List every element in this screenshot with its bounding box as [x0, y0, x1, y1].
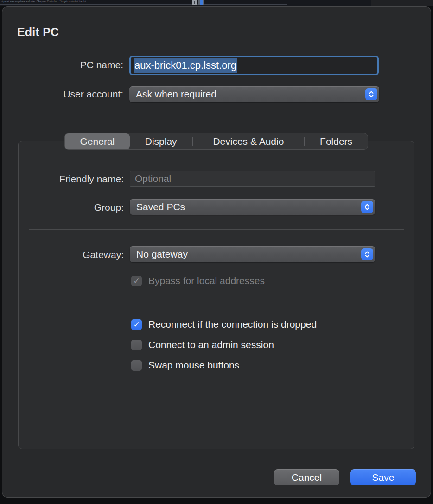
pc-name-input[interactable]: aux-brick01.cp.lsst.org: [129, 56, 379, 75]
user-account-value: Ask when required: [136, 89, 216, 100]
group-value: Saved PCs: [136, 201, 185, 213]
checkbox-reconnect-label: Reconnect if the connection is dropped: [148, 319, 317, 330]
checkbox-bypass-local[interactable]: ✓: [131, 276, 142, 286]
background-window-right: [371, 0, 433, 6]
checkmark-icon: ✓: [133, 321, 140, 329]
page-title: Edit PC: [17, 26, 59, 39]
tab-devices-audio[interactable]: Devices & Audio: [193, 133, 305, 149]
background-window-text: nt panel area anywhere and select "Reque…: [1, 0, 279, 3]
friendly-name-label: Friendly name:: [26, 174, 124, 185]
checkbox-bypass-local-label: Bypass for local addresses: [148, 275, 265, 286]
checkbox-swap-mouse[interactable]: [131, 360, 142, 371]
tab-display[interactable]: Display: [130, 133, 192, 149]
separator: [29, 302, 404, 302]
chevron-updown-icon: [361, 248, 373, 260]
user-account-label: User account:: [12, 89, 123, 100]
background-app-icon: [198, 0, 204, 5]
chevron-updown-icon: [365, 88, 377, 100]
group-select[interactable]: Saved PCs: [130, 199, 375, 215]
tab-general[interactable]: General: [65, 133, 130, 149]
group-label: Group:: [26, 202, 124, 213]
chevron-updown-icon: [361, 201, 373, 213]
background-divider: [0, 4, 287, 5]
background-window-strip: nt panel area anywhere and select "Reque…: [0, 0, 433, 6]
edit-pc-dialog: Edit PC PC name: aux-brick01.cp.lsst.org…: [2, 6, 431, 498]
checkbox-swap-mouse-label: Swap mouse buttons: [148, 360, 239, 371]
user-account-select[interactable]: Ask when required: [129, 86, 379, 102]
general-tab-panel: Friendly name: Group: Saved PCs Gateway:…: [18, 141, 414, 449]
friendly-name-input[interactable]: [130, 171, 375, 187]
tab-bar: General Display Devices & Audio Folders: [64, 133, 368, 150]
checkbox-reconnect[interactable]: ✓: [131, 319, 142, 330]
cancel-button[interactable]: Cancel: [274, 469, 339, 485]
gateway-value: No gateway: [136, 249, 188, 260]
checkbox-admin-session-label: Connect to an admin session: [148, 339, 274, 350]
checkmark-icon: ✓: [133, 277, 140, 285]
save-button[interactable]: Save: [350, 469, 416, 485]
gateway-select[interactable]: No gateway: [130, 246, 375, 262]
pc-name-label: PC name:: [12, 59, 123, 71]
background-scroll-thumb: [192, 0, 197, 5]
checkbox-admin-session[interactable]: [131, 340, 142, 350]
separator: [29, 229, 404, 230]
pc-name-selected-text: aux-brick01.cp.lsst.org: [134, 58, 237, 73]
gateway-label: Gateway:: [26, 249, 124, 260]
tab-folders[interactable]: Folders: [305, 133, 368, 149]
